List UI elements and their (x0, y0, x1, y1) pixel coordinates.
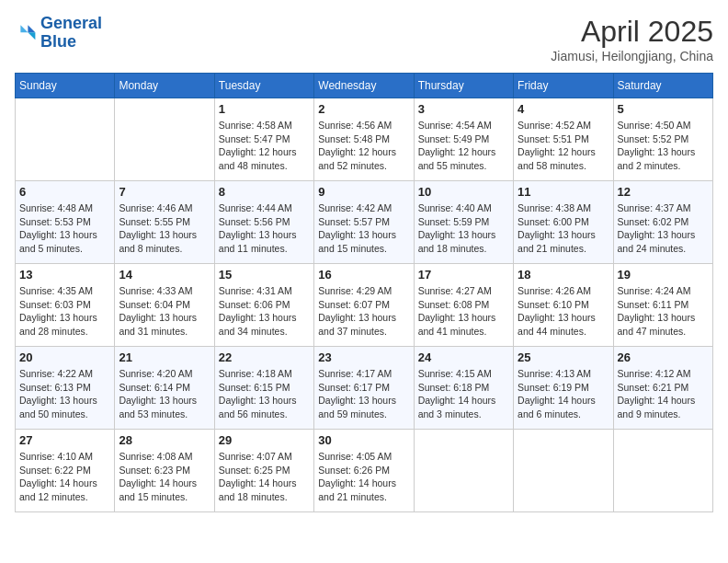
day-info: Sunrise: 4:17 AM Sunset: 6:17 PM Dayligh… (318, 367, 409, 421)
day-info: Sunrise: 4:15 AM Sunset: 6:18 PM Dayligh… (418, 367, 509, 421)
day-number: 22 (219, 350, 310, 364)
page-header: General Blue April 2025 Jiamusi, Heilong… (15, 15, 713, 63)
day-info: Sunrise: 4:46 AM Sunset: 5:55 PM Dayligh… (119, 201, 210, 256)
calendar-week-row: 20Sunrise: 4:22 AM Sunset: 6:13 PM Dayli… (16, 347, 713, 430)
day-info: Sunrise: 4:54 AM Sunset: 5:49 PM Dayligh… (418, 119, 509, 173)
day-info: Sunrise: 4:22 AM Sunset: 6:13 PM Dayligh… (19, 367, 110, 421)
day-number: 20 (19, 350, 110, 364)
calendar-cell: 28Sunrise: 4:08 AM Sunset: 6:23 PM Dayli… (115, 430, 214, 512)
day-info: Sunrise: 4:35 AM Sunset: 6:03 PM Dayligh… (19, 284, 110, 339)
calendar-cell (115, 98, 214, 181)
day-number: 4 (518, 102, 609, 116)
calendar-cell: 15Sunrise: 4:31 AM Sunset: 6:06 PM Dayli… (214, 264, 313, 347)
day-number: 5 (618, 102, 709, 116)
weekday-header: Saturday (613, 74, 712, 98)
calendar-cell: 7Sunrise: 4:46 AM Sunset: 5:55 PM Daylig… (115, 181, 214, 264)
calendar-cell: 14Sunrise: 4:33 AM Sunset: 6:04 PM Dayli… (115, 264, 214, 347)
day-info: Sunrise: 4:48 AM Sunset: 5:53 PM Dayligh… (19, 201, 110, 256)
calendar-cell: 18Sunrise: 4:26 AM Sunset: 6:10 PM Dayli… (514, 264, 613, 347)
day-info: Sunrise: 4:42 AM Sunset: 5:57 PM Dayligh… (318, 201, 409, 256)
calendar-cell: 8Sunrise: 4:44 AM Sunset: 5:56 PM Daylig… (214, 181, 313, 264)
weekday-header: Tuesday (214, 74, 313, 98)
calendar-cell: 21Sunrise: 4:20 AM Sunset: 6:14 PM Dayli… (115, 347, 214, 430)
svg-marker-1 (28, 32, 35, 40)
day-info: Sunrise: 4:05 AM Sunset: 6:26 PM Dayligh… (318, 450, 409, 504)
weekday-header-row: SundayMondayTuesdayWednesdayThursdayFrid… (16, 74, 713, 98)
weekday-header: Sunday (16, 74, 115, 98)
calendar-cell: 27Sunrise: 4:10 AM Sunset: 6:22 PM Dayli… (16, 430, 115, 512)
calendar-cell: 30Sunrise: 4:05 AM Sunset: 6:26 PM Dayli… (314, 430, 414, 512)
day-info: Sunrise: 4:33 AM Sunset: 6:04 PM Dayligh… (119, 284, 210, 339)
day-info: Sunrise: 4:31 AM Sunset: 6:06 PM Dayligh… (219, 284, 310, 339)
day-number: 6 (19, 185, 110, 199)
day-info: Sunrise: 4:52 AM Sunset: 5:51 PM Dayligh… (518, 119, 609, 173)
calendar-cell: 26Sunrise: 4:12 AM Sunset: 6:21 PM Dayli… (613, 347, 712, 430)
calendar-cell: 13Sunrise: 4:35 AM Sunset: 6:03 PM Dayli… (16, 264, 115, 347)
calendar-cell (414, 430, 513, 512)
day-number: 29 (219, 433, 310, 447)
day-info: Sunrise: 4:24 AM Sunset: 6:11 PM Dayligh… (618, 284, 709, 339)
day-number: 18 (518, 268, 609, 282)
day-info: Sunrise: 4:10 AM Sunset: 6:22 PM Dayligh… (19, 450, 110, 504)
title-area: April 2025 Jiamusi, Heilongjiang, China (551, 15, 713, 63)
day-number: 17 (418, 268, 509, 282)
day-number: 7 (119, 185, 210, 199)
day-info: Sunrise: 4:26 AM Sunset: 6:10 PM Dayligh… (518, 284, 609, 339)
calendar-cell: 29Sunrise: 4:07 AM Sunset: 6:25 PM Dayli… (214, 430, 313, 512)
logo-line1: General (40, 14, 102, 32)
day-number: 25 (518, 350, 609, 364)
calendar-week-row: 13Sunrise: 4:35 AM Sunset: 6:03 PM Dayli… (16, 264, 713, 347)
day-info: Sunrise: 4:20 AM Sunset: 6:14 PM Dayligh… (119, 367, 210, 421)
day-info: Sunrise: 4:56 AM Sunset: 5:48 PM Dayligh… (318, 119, 409, 173)
day-number: 24 (418, 350, 509, 364)
calendar-cell: 1Sunrise: 4:58 AM Sunset: 5:47 PM Daylig… (214, 98, 313, 181)
calendar-cell: 25Sunrise: 4:13 AM Sunset: 6:19 PM Dayli… (514, 347, 613, 430)
day-info: Sunrise: 4:29 AM Sunset: 6:07 PM Dayligh… (318, 284, 409, 339)
calendar-cell: 22Sunrise: 4:18 AM Sunset: 6:15 PM Dayli… (214, 347, 313, 430)
logo-icon (15, 22, 37, 44)
calendar-cell: 12Sunrise: 4:37 AM Sunset: 6:02 PM Dayli… (613, 181, 712, 264)
calendar-cell: 11Sunrise: 4:38 AM Sunset: 6:00 PM Dayli… (514, 181, 613, 264)
day-info: Sunrise: 4:44 AM Sunset: 5:56 PM Dayligh… (219, 201, 310, 256)
day-info: Sunrise: 4:37 AM Sunset: 6:02 PM Dayligh… (618, 201, 709, 256)
calendar-cell: 9Sunrise: 4:42 AM Sunset: 5:57 PM Daylig… (314, 181, 414, 264)
logo-text: General Blue (40, 15, 102, 52)
calendar-cell: 23Sunrise: 4:17 AM Sunset: 6:17 PM Dayli… (314, 347, 414, 430)
day-number: 1 (219, 102, 310, 116)
day-number: 3 (418, 102, 509, 116)
calendar-cell (16, 98, 115, 181)
day-number: 11 (518, 185, 609, 199)
calendar-cell: 16Sunrise: 4:29 AM Sunset: 6:07 PM Dayli… (314, 264, 414, 347)
weekday-header: Friday (514, 74, 613, 98)
day-number: 28 (119, 433, 210, 447)
calendar-cell: 20Sunrise: 4:22 AM Sunset: 6:13 PM Dayli… (16, 347, 115, 430)
day-info: Sunrise: 4:38 AM Sunset: 6:00 PM Dayligh… (518, 201, 609, 256)
day-number: 21 (119, 350, 210, 364)
day-info: Sunrise: 4:13 AM Sunset: 6:19 PM Dayligh… (518, 367, 609, 421)
calendar-week-row: 6Sunrise: 4:48 AM Sunset: 5:53 PM Daylig… (16, 181, 713, 264)
svg-marker-0 (28, 25, 35, 32)
calendar-cell (613, 430, 712, 512)
calendar-cell: 2Sunrise: 4:56 AM Sunset: 5:48 PM Daylig… (314, 98, 414, 181)
day-number: 8 (219, 185, 310, 199)
logo: General Blue (15, 15, 102, 52)
calendar-cell: 10Sunrise: 4:40 AM Sunset: 5:59 PM Dayli… (414, 181, 513, 264)
day-number: 14 (119, 268, 210, 282)
day-info: Sunrise: 4:27 AM Sunset: 6:08 PM Dayligh… (418, 284, 509, 339)
logo-line2: Blue (40, 32, 76, 51)
day-number: 10 (418, 185, 509, 199)
svg-marker-2 (20, 25, 28, 32)
day-number: 9 (318, 185, 409, 199)
calendar-cell: 4Sunrise: 4:52 AM Sunset: 5:51 PM Daylig… (514, 98, 613, 181)
day-info: Sunrise: 4:07 AM Sunset: 6:25 PM Dayligh… (219, 450, 310, 504)
calendar-cell: 6Sunrise: 4:48 AM Sunset: 5:53 PM Daylig… (16, 181, 115, 264)
month-title: April 2025 (551, 15, 713, 49)
day-number: 12 (618, 185, 709, 199)
day-number: 23 (318, 350, 409, 364)
weekday-header: Wednesday (314, 74, 414, 98)
day-number: 15 (219, 268, 310, 282)
day-number: 13 (19, 268, 110, 282)
calendar-cell (514, 430, 613, 512)
location-title: Jiamusi, Heilongjiang, China (551, 49, 713, 63)
day-info: Sunrise: 4:50 AM Sunset: 5:52 PM Dayligh… (618, 119, 709, 173)
